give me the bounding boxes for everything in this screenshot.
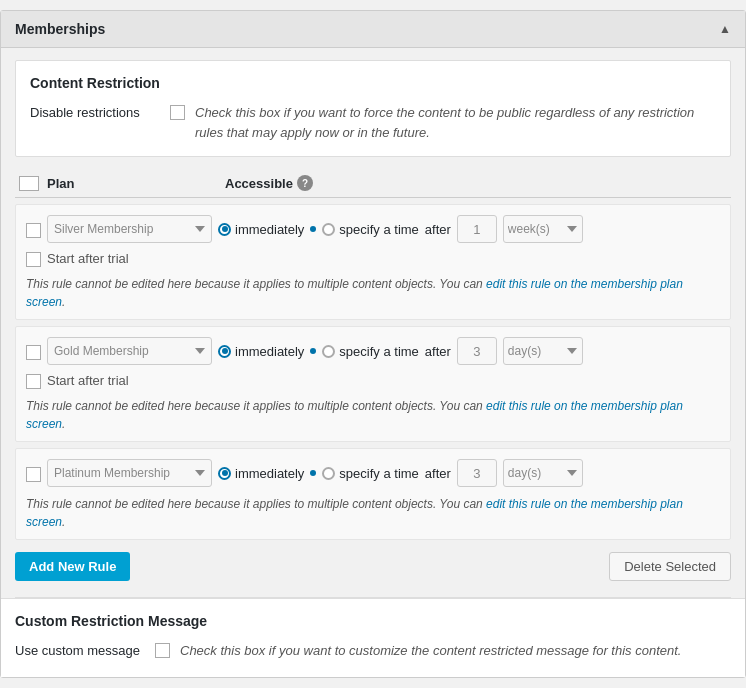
platinum-note-text: This rule cannot be edited here because …	[26, 497, 486, 511]
platinum-rule-note: This rule cannot be edited here because …	[26, 495, 720, 531]
collapse-icon[interactable]: ▲	[719, 22, 731, 36]
gold-immediately-option[interactable]: immediately	[218, 344, 304, 359]
platinum-immediately-label: immediately	[235, 466, 304, 481]
gold-select-checkbox[interactable]	[26, 345, 41, 360]
platinum-unit-select[interactable]: day(s)	[503, 459, 583, 487]
gold-num-input[interactable]	[457, 337, 497, 365]
platinum-specify-label: specify a time	[339, 466, 418, 481]
gold-trial-checkbox[interactable]	[26, 374, 41, 389]
gold-immediately-label: immediately	[235, 344, 304, 359]
use-custom-message-row: Use custom message Check this box if you…	[15, 641, 731, 661]
gold-specify-radio[interactable]	[322, 345, 335, 358]
silver-immediately-radio[interactable]	[218, 223, 231, 236]
platinum-num-input[interactable]	[457, 459, 497, 487]
disable-restrictions-label: Disable restrictions	[30, 103, 160, 120]
silver-specify-option[interactable]: specify a time	[322, 222, 418, 237]
content-restriction-heading: Content Restriction	[30, 75, 716, 91]
panel-title: Memberships	[15, 21, 105, 37]
rule-row-silver: Silver Membership immediately specify a …	[15, 204, 731, 320]
gold-plan-select[interactable]: Gold Membership	[47, 337, 212, 365]
silver-note-period: .	[62, 295, 65, 309]
use-custom-message-label: Use custom message	[15, 641, 145, 658]
silver-after-label: after	[425, 222, 451, 237]
silver-plan-select[interactable]: Silver Membership	[47, 215, 212, 243]
gold-rule-note: This rule cannot be edited here because …	[26, 397, 720, 433]
gold-trial-label: Start after trial	[47, 373, 129, 388]
rule-row-platinum: Platinum Membership immediately specify …	[15, 448, 731, 540]
silver-immediately-label: immediately	[235, 222, 304, 237]
gold-trial-row: Start after trial	[26, 372, 720, 389]
memberships-panel: Memberships ▲ Content Restriction Disabl…	[0, 10, 746, 678]
gold-after-label: after	[425, 344, 451, 359]
custom-message-heading: Custom Restriction Message	[15, 613, 731, 629]
gold-note-text: This rule cannot be edited here because …	[26, 399, 486, 413]
rule-main-platinum: Platinum Membership immediately specify …	[26, 459, 720, 487]
table-header-row: Plan Accessible ?	[15, 169, 731, 198]
silver-rule-note: This rule cannot be edited here because …	[26, 275, 720, 311]
actions-row: Add New Rule Delete Selected	[15, 552, 731, 581]
rule-main-silver: Silver Membership immediately specify a …	[26, 215, 720, 243]
col-plan-header: Plan	[47, 176, 217, 191]
disable-restrictions-checkbox[interactable]	[170, 105, 185, 120]
silver-immediately-option[interactable]: immediately	[218, 222, 304, 237]
rule-row-gold: Gold Membership immediately specify a ti…	[15, 326, 731, 442]
panel-header: Memberships ▲	[1, 11, 745, 48]
silver-trial-row: Start after trial	[26, 250, 720, 267]
gold-note-period: .	[62, 417, 65, 431]
gold-specify-option[interactable]: specify a time	[322, 344, 418, 359]
col-accessible-header: Accessible ?	[225, 175, 313, 191]
platinum-bullet-sep	[310, 470, 316, 476]
silver-specify-label: specify a time	[339, 222, 418, 237]
platinum-specify-option[interactable]: specify a time	[322, 466, 418, 481]
gold-immediately-radio[interactable]	[218, 345, 231, 358]
add-new-rule-button[interactable]: Add New Rule	[15, 552, 130, 581]
disable-restrictions-desc: Check this box if you want to force the …	[195, 103, 716, 142]
silver-bullet-sep	[310, 226, 316, 232]
select-all-checkbox[interactable]	[19, 176, 39, 191]
silver-select-checkbox[interactable]	[26, 223, 41, 238]
silver-num-input[interactable]	[457, 215, 497, 243]
rules-table: Plan Accessible ? Silver Membership imme…	[15, 169, 731, 540]
use-custom-message-checkbox[interactable]	[155, 643, 170, 658]
platinum-select-checkbox[interactable]	[26, 467, 41, 482]
delete-selected-button[interactable]: Delete Selected	[609, 552, 731, 581]
accessible-help-icon[interactable]: ?	[297, 175, 313, 191]
rule-main-gold: Gold Membership immediately specify a ti…	[26, 337, 720, 365]
custom-message-desc: Check this box if you want to customize …	[180, 641, 681, 661]
silver-unit-select[interactable]: week(s)	[503, 215, 583, 243]
content-restriction-box: Content Restriction Disable restrictions…	[15, 60, 731, 157]
platinum-specify-radio[interactable]	[322, 467, 335, 480]
silver-note-text: This rule cannot be edited here because …	[26, 277, 486, 291]
platinum-immediately-option[interactable]: immediately	[218, 466, 304, 481]
silver-trial-checkbox[interactable]	[26, 252, 41, 267]
platinum-note-period: .	[62, 515, 65, 529]
gold-unit-select[interactable]: day(s)	[503, 337, 583, 365]
platinum-after-label: after	[425, 466, 451, 481]
silver-trial-label: Start after trial	[47, 251, 129, 266]
gold-specify-label: specify a time	[339, 344, 418, 359]
platinum-immediately-radio[interactable]	[218, 467, 231, 480]
silver-specify-radio[interactable]	[322, 223, 335, 236]
gold-bullet-sep	[310, 348, 316, 354]
disable-restrictions-row: Disable restrictions Check this box if y…	[30, 103, 716, 142]
platinum-plan-select[interactable]: Platinum Membership	[47, 459, 212, 487]
custom-message-box: Custom Restriction Message Use custom me…	[1, 598, 745, 677]
